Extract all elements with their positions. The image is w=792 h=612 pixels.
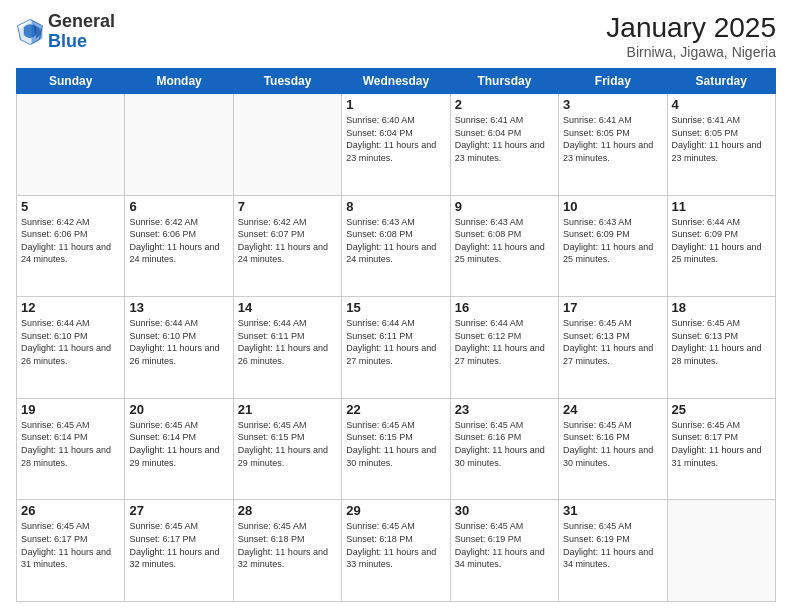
day-info: Sunrise: 6:41 AM Sunset: 6:04 PM Dayligh…	[455, 114, 554, 164]
calendar-cell: 21Sunrise: 6:45 AM Sunset: 6:15 PM Dayli…	[233, 398, 341, 500]
day-number: 7	[238, 199, 337, 214]
day-number: 21	[238, 402, 337, 417]
day-info: Sunrise: 6:45 AM Sunset: 6:18 PM Dayligh…	[346, 520, 445, 570]
day-header-wednesday: Wednesday	[342, 69, 450, 94]
day-header-friday: Friday	[559, 69, 667, 94]
day-number: 12	[21, 300, 120, 315]
logo-blue-text: Blue	[48, 31, 87, 51]
day-info: Sunrise: 6:45 AM Sunset: 6:18 PM Dayligh…	[238, 520, 337, 570]
calendar-cell	[125, 94, 233, 196]
day-info: Sunrise: 6:44 AM Sunset: 6:12 PM Dayligh…	[455, 317, 554, 367]
day-info: Sunrise: 6:43 AM Sunset: 6:09 PM Dayligh…	[563, 216, 662, 266]
day-info: Sunrise: 6:44 AM Sunset: 6:11 PM Dayligh…	[238, 317, 337, 367]
day-info: Sunrise: 6:44 AM Sunset: 6:10 PM Dayligh…	[129, 317, 228, 367]
day-info: Sunrise: 6:44 AM Sunset: 6:10 PM Dayligh…	[21, 317, 120, 367]
week-row-2: 12Sunrise: 6:44 AM Sunset: 6:10 PM Dayli…	[17, 297, 776, 399]
calendar-cell: 15Sunrise: 6:44 AM Sunset: 6:11 PM Dayli…	[342, 297, 450, 399]
week-row-1: 5Sunrise: 6:42 AM Sunset: 6:06 PM Daylig…	[17, 195, 776, 297]
title-block: January 2025 Birniwa, Jigawa, Nigeria	[606, 12, 776, 60]
calendar-cell: 13Sunrise: 6:44 AM Sunset: 6:10 PM Dayli…	[125, 297, 233, 399]
day-number: 30	[455, 503, 554, 518]
days-of-week-row: SundayMondayTuesdayWednesdayThursdayFrid…	[17, 69, 776, 94]
day-info: Sunrise: 6:45 AM Sunset: 6:14 PM Dayligh…	[21, 419, 120, 469]
day-number: 9	[455, 199, 554, 214]
day-number: 13	[129, 300, 228, 315]
day-info: Sunrise: 6:45 AM Sunset: 6:15 PM Dayligh…	[238, 419, 337, 469]
calendar-cell: 12Sunrise: 6:44 AM Sunset: 6:10 PM Dayli…	[17, 297, 125, 399]
calendar-cell	[667, 500, 775, 602]
day-info: Sunrise: 6:42 AM Sunset: 6:06 PM Dayligh…	[21, 216, 120, 266]
day-number: 20	[129, 402, 228, 417]
calendar-cell: 1Sunrise: 6:40 AM Sunset: 6:04 PM Daylig…	[342, 94, 450, 196]
calendar-cell: 25Sunrise: 6:45 AM Sunset: 6:17 PM Dayli…	[667, 398, 775, 500]
calendar-body: 1Sunrise: 6:40 AM Sunset: 6:04 PM Daylig…	[17, 94, 776, 602]
logo-icon	[16, 18, 44, 46]
day-number: 28	[238, 503, 337, 518]
day-number: 11	[672, 199, 771, 214]
day-info: Sunrise: 6:45 AM Sunset: 6:17 PM Dayligh…	[672, 419, 771, 469]
day-info: Sunrise: 6:41 AM Sunset: 6:05 PM Dayligh…	[672, 114, 771, 164]
month-title: January 2025	[606, 12, 776, 44]
calendar-cell: 18Sunrise: 6:45 AM Sunset: 6:13 PM Dayli…	[667, 297, 775, 399]
day-header-tuesday: Tuesday	[233, 69, 341, 94]
calendar-cell: 26Sunrise: 6:45 AM Sunset: 6:17 PM Dayli…	[17, 500, 125, 602]
calendar-cell: 16Sunrise: 6:44 AM Sunset: 6:12 PM Dayli…	[450, 297, 558, 399]
day-info: Sunrise: 6:43 AM Sunset: 6:08 PM Dayligh…	[346, 216, 445, 266]
calendar-cell: 8Sunrise: 6:43 AM Sunset: 6:08 PM Daylig…	[342, 195, 450, 297]
logo-general: General	[48, 11, 115, 31]
calendar-cell: 7Sunrise: 6:42 AM Sunset: 6:07 PM Daylig…	[233, 195, 341, 297]
day-number: 26	[21, 503, 120, 518]
day-info: Sunrise: 6:45 AM Sunset: 6:14 PM Dayligh…	[129, 419, 228, 469]
day-info: Sunrise: 6:45 AM Sunset: 6:15 PM Dayligh…	[346, 419, 445, 469]
calendar-cell: 29Sunrise: 6:45 AM Sunset: 6:18 PM Dayli…	[342, 500, 450, 602]
calendar-cell: 9Sunrise: 6:43 AM Sunset: 6:08 PM Daylig…	[450, 195, 558, 297]
day-number: 14	[238, 300, 337, 315]
day-number: 25	[672, 402, 771, 417]
day-number: 4	[672, 97, 771, 112]
week-row-4: 26Sunrise: 6:45 AM Sunset: 6:17 PM Dayli…	[17, 500, 776, 602]
day-number: 8	[346, 199, 445, 214]
day-header-thursday: Thursday	[450, 69, 558, 94]
day-number: 16	[455, 300, 554, 315]
calendar-cell: 3Sunrise: 6:41 AM Sunset: 6:05 PM Daylig…	[559, 94, 667, 196]
calendar-cell: 27Sunrise: 6:45 AM Sunset: 6:17 PM Dayli…	[125, 500, 233, 602]
day-info: Sunrise: 6:45 AM Sunset: 6:17 PM Dayligh…	[21, 520, 120, 570]
day-info: Sunrise: 6:45 AM Sunset: 6:16 PM Dayligh…	[455, 419, 554, 469]
day-number: 19	[21, 402, 120, 417]
day-info: Sunrise: 6:41 AM Sunset: 6:05 PM Dayligh…	[563, 114, 662, 164]
week-row-3: 19Sunrise: 6:45 AM Sunset: 6:14 PM Dayli…	[17, 398, 776, 500]
calendar-cell: 10Sunrise: 6:43 AM Sunset: 6:09 PM Dayli…	[559, 195, 667, 297]
day-info: Sunrise: 6:45 AM Sunset: 6:13 PM Dayligh…	[563, 317, 662, 367]
calendar-cell: 4Sunrise: 6:41 AM Sunset: 6:05 PM Daylig…	[667, 94, 775, 196]
day-number: 3	[563, 97, 662, 112]
calendar-cell: 23Sunrise: 6:45 AM Sunset: 6:16 PM Dayli…	[450, 398, 558, 500]
logo: General Blue	[16, 12, 115, 52]
day-header-sunday: Sunday	[17, 69, 125, 94]
calendar-cell: 5Sunrise: 6:42 AM Sunset: 6:06 PM Daylig…	[17, 195, 125, 297]
day-info: Sunrise: 6:40 AM Sunset: 6:04 PM Dayligh…	[346, 114, 445, 164]
day-info: Sunrise: 6:42 AM Sunset: 6:06 PM Dayligh…	[129, 216, 228, 266]
day-number: 29	[346, 503, 445, 518]
logo-text: General Blue	[48, 12, 115, 52]
day-info: Sunrise: 6:45 AM Sunset: 6:19 PM Dayligh…	[563, 520, 662, 570]
day-number: 2	[455, 97, 554, 112]
day-number: 10	[563, 199, 662, 214]
day-info: Sunrise: 6:44 AM Sunset: 6:11 PM Dayligh…	[346, 317, 445, 367]
day-number: 15	[346, 300, 445, 315]
calendar-table: SundayMondayTuesdayWednesdayThursdayFrid…	[16, 68, 776, 602]
day-number: 27	[129, 503, 228, 518]
calendar-cell: 19Sunrise: 6:45 AM Sunset: 6:14 PM Dayli…	[17, 398, 125, 500]
week-row-0: 1Sunrise: 6:40 AM Sunset: 6:04 PM Daylig…	[17, 94, 776, 196]
day-header-monday: Monday	[125, 69, 233, 94]
day-number: 22	[346, 402, 445, 417]
day-number: 23	[455, 402, 554, 417]
calendar-cell: 2Sunrise: 6:41 AM Sunset: 6:04 PM Daylig…	[450, 94, 558, 196]
calendar-cell: 22Sunrise: 6:45 AM Sunset: 6:15 PM Dayli…	[342, 398, 450, 500]
day-info: Sunrise: 6:45 AM Sunset: 6:13 PM Dayligh…	[672, 317, 771, 367]
day-number: 17	[563, 300, 662, 315]
day-number: 1	[346, 97, 445, 112]
page: General Blue January 2025 Birniwa, Jigaw…	[0, 0, 792, 612]
day-number: 6	[129, 199, 228, 214]
calendar-cell: 24Sunrise: 6:45 AM Sunset: 6:16 PM Dayli…	[559, 398, 667, 500]
day-number: 24	[563, 402, 662, 417]
